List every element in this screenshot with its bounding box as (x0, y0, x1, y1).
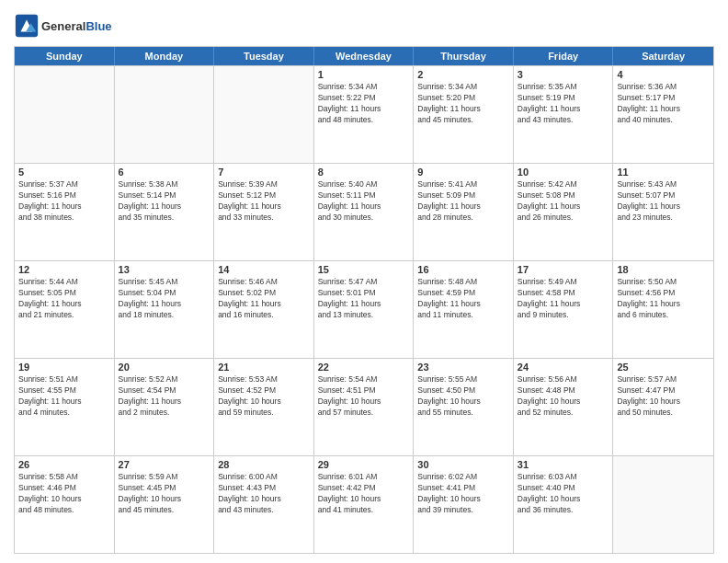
day-header-thursday: Thursday (414, 47, 514, 65)
day-number: 21 (218, 362, 310, 373)
day-cell-28: 28Sunrise: 6:00 AMSunset: 4:43 PMDayligh… (214, 456, 314, 553)
day-info: Sunrise: 6:03 AMSunset: 4:40 PMDaylight:… (518, 472, 609, 516)
day-info: Sunrise: 5:44 AMSunset: 5:05 PMDaylight:… (18, 277, 110, 321)
day-cell-17: 17Sunrise: 5:49 AMSunset: 4:58 PMDayligh… (514, 261, 614, 358)
day-info: Sunrise: 6:01 AMSunset: 4:42 PMDaylight:… (318, 472, 410, 516)
calendar-header: SundayMondayTuesdayWednesdayThursdayFrid… (15, 47, 713, 65)
day-cell-4: 4Sunrise: 5:36 AMSunset: 5:17 PMDaylight… (613, 66, 713, 163)
day-cell-31: 31Sunrise: 6:03 AMSunset: 4:40 PMDayligh… (514, 456, 614, 553)
day-number: 17 (518, 264, 609, 275)
day-number: 12 (18, 264, 110, 275)
day-number: 22 (318, 362, 410, 373)
day-cell-16: 16Sunrise: 5:48 AMSunset: 4:59 PMDayligh… (414, 261, 514, 358)
day-info: Sunrise: 5:49 AMSunset: 4:58 PMDaylight:… (518, 277, 609, 321)
day-cell-6: 6Sunrise: 5:38 AMSunset: 5:14 PMDaylight… (115, 164, 215, 260)
day-number: 26 (18, 459, 110, 470)
day-number: 1 (318, 69, 410, 80)
day-number: 11 (617, 167, 710, 178)
day-number: 28 (218, 459, 310, 470)
day-info: Sunrise: 5:43 AMSunset: 5:07 PMDaylight:… (617, 179, 710, 224)
day-info: Sunrise: 5:47 AMSunset: 5:01 PMDaylight:… (318, 277, 410, 321)
day-info: Sunrise: 5:42 AMSunset: 5:08 PMDaylight:… (518, 179, 609, 224)
day-cell-8: 8Sunrise: 5:40 AMSunset: 5:11 PMDaylight… (314, 164, 415, 260)
day-number: 5 (18, 167, 110, 178)
day-cell-19: 19Sunrise: 5:51 AMSunset: 4:55 PMDayligh… (15, 359, 115, 455)
day-number: 8 (318, 167, 410, 178)
day-cell-25: 25Sunrise: 5:57 AMSunset: 4:47 PMDayligh… (613, 359, 713, 455)
day-cell-23: 23Sunrise: 5:55 AMSunset: 4:50 PMDayligh… (414, 359, 514, 455)
day-info: Sunrise: 6:02 AMSunset: 4:41 PMDaylight:… (417, 472, 509, 516)
day-number: 31 (518, 459, 609, 470)
day-number: 10 (518, 167, 609, 178)
logo-icon (14, 13, 40, 39)
day-number: 29 (318, 459, 410, 470)
empty-cell (214, 66, 314, 163)
day-info: Sunrise: 5:52 AMSunset: 4:54 PMDaylight:… (119, 374, 210, 419)
day-info: Sunrise: 5:53 AMSunset: 4:52 PMDaylight:… (218, 374, 310, 419)
day-info: Sunrise: 5:34 AMSunset: 5:20 PMDaylight:… (417, 82, 509, 126)
day-info: Sunrise: 5:56 AMSunset: 4:48 PMDaylight:… (518, 374, 609, 419)
day-cell-7: 7Sunrise: 5:39 AMSunset: 5:12 PMDaylight… (214, 164, 314, 260)
empty-cell (15, 66, 115, 163)
day-cell-11: 11Sunrise: 5:43 AMSunset: 5:07 PMDayligh… (613, 164, 713, 260)
week-row-4: 19Sunrise: 5:51 AMSunset: 4:55 PMDayligh… (15, 358, 713, 455)
day-info: Sunrise: 5:37 AMSunset: 5:16 PMDaylight:… (18, 179, 110, 224)
day-number: 3 (518, 69, 609, 80)
page-header: GeneralBlue (14, 9, 714, 39)
day-cell-21: 21Sunrise: 5:53 AMSunset: 4:52 PMDayligh… (214, 359, 314, 455)
day-info: Sunrise: 5:48 AMSunset: 4:59 PMDaylight:… (417, 277, 509, 321)
calendar-page: GeneralBlue SundayMondayTuesdayWednesday… (0, 0, 728, 563)
day-cell-20: 20Sunrise: 5:52 AMSunset: 4:54 PMDayligh… (115, 359, 215, 455)
day-number: 6 (119, 167, 210, 178)
day-cell-18: 18Sunrise: 5:50 AMSunset: 4:56 PMDayligh… (613, 261, 713, 358)
day-info: Sunrise: 5:45 AMSunset: 5:04 PMDaylight:… (119, 277, 210, 321)
day-header-monday: Monday (115, 47, 215, 65)
day-cell-1: 1Sunrise: 5:34 AMSunset: 5:22 PMDaylight… (314, 66, 415, 163)
day-info: Sunrise: 5:35 AMSunset: 5:19 PMDaylight:… (518, 82, 609, 126)
day-number: 20 (119, 362, 210, 373)
empty-cell (115, 66, 215, 163)
day-cell-10: 10Sunrise: 5:42 AMSunset: 5:08 PMDayligh… (514, 164, 614, 260)
day-number: 13 (119, 264, 210, 275)
day-number: 18 (617, 264, 710, 275)
day-number: 4 (617, 69, 710, 80)
day-number: 24 (518, 362, 609, 373)
logo-text: GeneralBlue (41, 19, 112, 33)
week-row-2: 5Sunrise: 5:37 AMSunset: 5:16 PMDaylight… (15, 163, 713, 260)
day-cell-15: 15Sunrise: 5:47 AMSunset: 5:01 PMDayligh… (314, 261, 415, 358)
day-number: 14 (218, 264, 310, 275)
day-cell-12: 12Sunrise: 5:44 AMSunset: 5:05 PMDayligh… (15, 261, 115, 358)
calendar-body: 1Sunrise: 5:34 AMSunset: 5:22 PMDaylight… (15, 65, 713, 553)
day-cell-30: 30Sunrise: 6:02 AMSunset: 4:41 PMDayligh… (414, 456, 514, 553)
week-row-3: 12Sunrise: 5:44 AMSunset: 5:05 PMDayligh… (15, 260, 713, 358)
day-number: 27 (119, 459, 210, 470)
day-info: Sunrise: 5:54 AMSunset: 4:51 PMDaylight:… (318, 374, 410, 419)
day-number: 2 (417, 69, 509, 80)
day-cell-27: 27Sunrise: 5:59 AMSunset: 4:45 PMDayligh… (115, 456, 215, 553)
day-cell-14: 14Sunrise: 5:46 AMSunset: 5:02 PMDayligh… (214, 261, 314, 358)
day-info: Sunrise: 5:34 AMSunset: 5:22 PMDaylight:… (318, 82, 410, 126)
week-row-5: 26Sunrise: 5:58 AMSunset: 4:46 PMDayligh… (15, 455, 713, 553)
day-info: Sunrise: 5:40 AMSunset: 5:11 PMDaylight:… (318, 179, 410, 224)
day-cell-5: 5Sunrise: 5:37 AMSunset: 5:16 PMDaylight… (15, 164, 115, 260)
day-number: 16 (417, 264, 509, 275)
day-cell-13: 13Sunrise: 5:45 AMSunset: 5:04 PMDayligh… (115, 261, 215, 358)
day-info: Sunrise: 5:46 AMSunset: 5:02 PMDaylight:… (218, 277, 310, 321)
day-number: 23 (417, 362, 509, 373)
day-info: Sunrise: 5:58 AMSunset: 4:46 PMDaylight:… (18, 472, 110, 516)
day-info: Sunrise: 5:38 AMSunset: 5:14 PMDaylight:… (119, 179, 210, 224)
day-cell-29: 29Sunrise: 6:01 AMSunset: 4:42 PMDayligh… (314, 456, 415, 553)
week-row-1: 1Sunrise: 5:34 AMSunset: 5:22 PMDaylight… (15, 65, 713, 163)
day-cell-26: 26Sunrise: 5:58 AMSunset: 4:46 PMDayligh… (15, 456, 115, 553)
day-number: 30 (417, 459, 509, 470)
empty-cell (613, 456, 713, 553)
day-info: Sunrise: 5:36 AMSunset: 5:17 PMDaylight:… (617, 82, 710, 126)
day-number: 25 (617, 362, 710, 373)
logo: GeneralBlue (14, 13, 112, 39)
day-header-wednesday: Wednesday (314, 47, 415, 65)
day-info: Sunrise: 5:50 AMSunset: 4:56 PMDaylight:… (617, 277, 710, 321)
day-cell-24: 24Sunrise: 5:56 AMSunset: 4:48 PMDayligh… (514, 359, 614, 455)
day-info: Sunrise: 5:57 AMSunset: 4:47 PMDaylight:… (617, 374, 710, 419)
day-info: Sunrise: 5:39 AMSunset: 5:12 PMDaylight:… (218, 179, 310, 224)
day-info: Sunrise: 5:41 AMSunset: 5:09 PMDaylight:… (417, 179, 509, 224)
